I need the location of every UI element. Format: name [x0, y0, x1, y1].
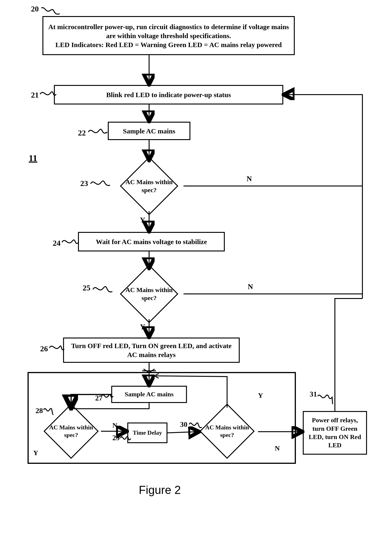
ref-22: 22 — [78, 129, 86, 137]
n28-yes: Y — [33, 449, 38, 457]
caption: Figure 2 — [139, 483, 181, 497]
node-26: Turn OFF red LED, Turn ON green LED, and… — [63, 338, 240, 363]
node-20: At microcontroller power-up, run circuit… — [42, 16, 295, 55]
node-25: AC Mains within spec? — [115, 269, 183, 319]
n23-no: N — [247, 175, 252, 183]
ref-21: 21 — [31, 91, 39, 100]
figure-ref: 11 — [29, 153, 37, 163]
node-22: Sample AC mains — [108, 122, 190, 140]
n25-yes: Y — [140, 323, 145, 331]
node-28: AC Mains within spec? — [37, 407, 106, 455]
ref-23: 23 — [80, 179, 88, 188]
node-31: Power off relays, turn OFF Green LED, tu… — [303, 411, 367, 455]
ref-30: 30 — [180, 420, 187, 429]
n23-yes: Y — [140, 216, 145, 224]
node-23: AC Mains within spec? — [115, 161, 183, 211]
node-30: AC Mains within spec? — [193, 407, 261, 455]
node-27: Sample AC mains — [111, 386, 187, 403]
squiggle-23 — [89, 176, 110, 190]
squiggle-25 — [92, 281, 112, 295]
node-21-text: Blink red LED to indicate power-up statu… — [106, 90, 231, 99]
node-26-text: Turn OFF red LED, Turn ON green LED, and… — [68, 341, 235, 359]
node-21: Blink red LED to indicate power-up statu… — [54, 85, 283, 105]
squiggle-31 — [317, 390, 334, 404]
ref-29: 29 — [112, 433, 120, 442]
squiggle-22 — [87, 124, 108, 138]
ref-25: 25 — [83, 284, 90, 292]
node-24-text: Wait for AC mains voltage to stabilize — [96, 237, 207, 246]
n30-no: N — [275, 444, 280, 452]
node-20-text: At microcontroller power-up, run circuit… — [47, 22, 290, 49]
node-22-text: Sample AC mains — [123, 127, 175, 135]
node-24: Wait for AC mains voltage to stabilize — [78, 232, 225, 252]
ref-26: 26 — [40, 344, 48, 353]
ref-27: 27 — [95, 394, 103, 402]
n30-yes: Y — [258, 391, 263, 399]
n28-no: N — [112, 421, 117, 429]
ref-24: 24 — [53, 239, 61, 248]
ref-28: 28 — [36, 406, 43, 415]
ref-20: 20 — [31, 5, 39, 13]
node-27-text: Sample AC mains — [125, 390, 173, 398]
n25-no: N — [248, 282, 253, 291]
node-29-text: Time Delay — [133, 429, 162, 437]
node-31-text: Power off relays, turn OFF Green LED, tu… — [308, 416, 362, 450]
node-29: Time Delay — [127, 423, 168, 443]
ref-31: 31 — [310, 390, 317, 398]
